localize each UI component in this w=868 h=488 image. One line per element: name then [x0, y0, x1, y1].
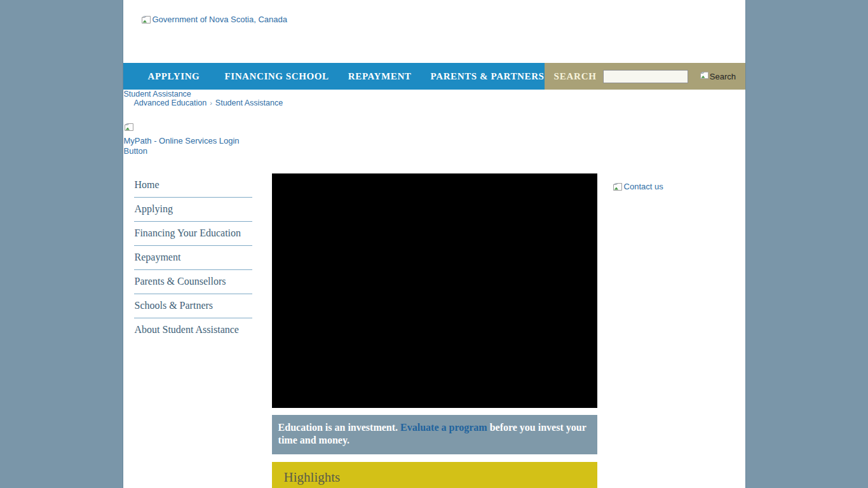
search-submit-button[interactable]: Search: [700, 71, 736, 82]
government-logo-link[interactable]: Government of Nova Scotia, Canada: [141, 15, 287, 27]
sidebar-item-applying[interactable]: Applying: [134, 198, 252, 222]
sidebar-menu: Home Applying Financing Your Education R…: [134, 173, 252, 342]
search-button-alt-text: Search: [710, 72, 736, 81]
right-column: Contact us: [613, 173, 745, 194]
site-header: Government of Nova Scotia, Canada: [123, 0, 745, 63]
highlights-section: Highlights: [272, 462, 597, 488]
main-navbar: APPLYING FINANCING SCHOOL REPAYMENT PARE…: [123, 63, 745, 90]
contact-us-alt-text: Contact us: [624, 182, 663, 192]
sidebar-item-financing-your-education[interactable]: Financing Your Education: [134, 222, 252, 246]
breadcrumb-advanced-education[interactable]: Advanced Education: [134, 98, 207, 107]
breadcrumb-student-assistance[interactable]: Student Assistance: [215, 98, 283, 107]
search-label: SEARCH: [554, 71, 597, 82]
contact-us-link[interactable]: Contact us: [613, 182, 663, 194]
search-input[interactable]: [603, 70, 688, 83]
site-title-link[interactable]: Student Assistance: [124, 90, 191, 98]
breadcrumb-separator: ›: [210, 99, 212, 107]
nav-menu: APPLYING FINANCING SCHOOL REPAYMENT PARE…: [123, 63, 545, 90]
broken-image-icon: [141, 15, 151, 27]
center-column: Education is an investment. Evaluate a p…: [272, 173, 597, 488]
highlights-title: Highlights: [278, 462, 590, 488]
broken-image-icon: [700, 71, 709, 82]
sidebar-item-home[interactable]: Home: [134, 173, 252, 198]
government-logo-alt-text: Government of Nova Scotia, Canada: [153, 15, 287, 25]
breadcrumb-trail: Advanced Education›Student Assistance: [124, 99, 745, 107]
mypath-alt-text: MyPath - Online Services Login Button: [124, 136, 254, 156]
search-bar: SEARCH Search: [545, 63, 745, 90]
banner-text-before: Education is an investment.: [278, 422, 400, 433]
nav-item-parents-partners[interactable]: PARENTS & PARTNERS: [431, 63, 545, 90]
mypath-login-link[interactable]: MyPath - Online Services Login Button: [124, 122, 254, 156]
sidebar-item-parents-counsellors[interactable]: Parents & Counsellors: [134, 270, 252, 294]
breadcrumb: Student Assistance Advanced Education›St…: [123, 90, 745, 107]
page-wrapper: Government of Nova Scotia, Canada APPLYI…: [123, 0, 746, 488]
video-placeholder[interactable]: [272, 173, 597, 408]
investment-banner: Education is an investment. Evaluate a p…: [272, 415, 597, 454]
main-content: Home Applying Financing Your Education R…: [123, 173, 745, 488]
broken-image-icon: [613, 182, 623, 194]
nav-item-financing-school[interactable]: FINANCING SCHOOL: [224, 63, 329, 90]
nav-item-applying[interactable]: APPLYING: [123, 63, 225, 90]
sidebar-item-about-student-assistance[interactable]: About Student Assistance: [134, 318, 252, 342]
sidebar-item-repayment[interactable]: Repayment: [134, 246, 252, 270]
evaluate-program-link[interactable]: Evaluate a program: [400, 422, 487, 433]
nav-item-repayment[interactable]: REPAYMENT: [329, 63, 431, 90]
broken-image-icon: [124, 122, 134, 135]
sidebar-item-schools-partners[interactable]: Schools & Partners: [134, 294, 252, 318]
